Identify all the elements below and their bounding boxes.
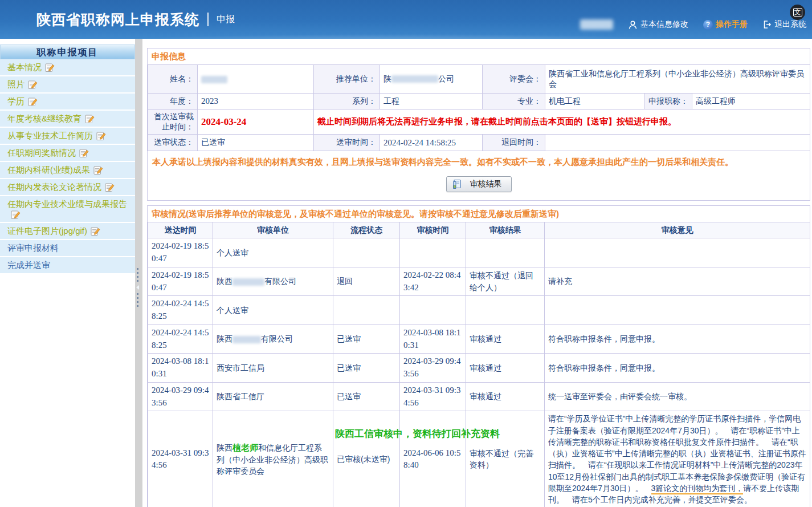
person-icon (628, 20, 638, 30)
splitter-handle-icon[interactable] (136, 267, 139, 308)
unit-redacted (232, 278, 264, 286)
edit-icon[interactable] (79, 148, 89, 158)
profile-edit-label: 基本信息修改 (640, 19, 688, 30)
application-info-table: 姓名： 推荐单位： 陕公司 评委会： 陕西省工业和信息化厅工程系列（中小企业非公… (148, 64, 810, 151)
sidebar-item-achievement-report[interactable]: 任期内专业技术业绩与成果报告 (0, 196, 135, 223)
edit-icon[interactable] (45, 63, 55, 72)
app-subtitle: 申报 (217, 14, 235, 26)
send-status-value: 已送审 (198, 135, 314, 151)
name-redacted (201, 76, 227, 83)
col-review-time: 审核时间 (400, 222, 466, 238)
question-icon: ? (703, 20, 713, 30)
recommend-unit-value: 陕公司 (380, 65, 483, 94)
table-row: 首次送审截止时间： 2024-03-24 截止时间到期后将无法再进行业务申报，请… (148, 109, 810, 135)
col-sent-time: 送达时间 (148, 222, 213, 238)
recommend-unit-label: 推荐单位： (314, 65, 380, 94)
sidebar-item-review-materials[interactable]: 评审申报材料 (0, 240, 135, 257)
sidebar-item-education[interactable]: 学历 (0, 94, 135, 111)
return-time-label: 退回时间： (483, 135, 545, 151)
deadline-label: 首次送审截止时间： (148, 109, 198, 135)
send-status-label: 送审状态： (148, 135, 198, 151)
username-redacted (580, 19, 613, 30)
review-status-table: 送达时间 审核单位 流程状态 审核时间 审核结果 审核意见 2024-02-19… (148, 222, 810, 507)
series-label: 系列： (314, 94, 380, 109)
committee-value: 陕西省工业和信息化厅工程系列（中小企业非公经济）高级职称评审委员会 (545, 65, 810, 94)
series-value: 工程 (380, 94, 483, 109)
manual-label: 操作手册 (716, 19, 748, 30)
edit-icon[interactable] (91, 226, 100, 236)
edit-icon[interactable] (96, 131, 106, 141)
application-info-title: 申报信息 (148, 48, 810, 64)
app-title: 陕西省职称网上申报系统 (36, 10, 199, 29)
apply-title-label: 申报职称： (645, 94, 692, 109)
table-row: 送审状态： 已送审 送审时间： 2024-02-24 14:58:25 退回时间… (148, 135, 810, 151)
review-table-header: 送达时间 审核单位 流程状态 审核时间 审核结果 审核意见 (148, 222, 810, 238)
sidebar-item-work-resume[interactable]: 从事专业技术工作简历 (0, 128, 135, 145)
return-time-value (545, 135, 810, 151)
apply-title-value: 高级工程师 (692, 94, 810, 109)
translate-icon[interactable]: 文 (790, 5, 805, 20)
edit-icon[interactable] (93, 165, 103, 175)
major-label: 专业： (483, 94, 545, 109)
name-value (198, 65, 314, 94)
year-value: 2023 (198, 94, 314, 109)
major-value: 机电工程 (545, 94, 645, 109)
green-annotation: 植老师 (232, 443, 258, 452)
send-time-label: 送审时间： (314, 135, 380, 151)
sidebar-item-basic-info[interactable]: 基本情况 (0, 59, 135, 76)
unit-redacted (391, 75, 438, 83)
committee-label: 评委会： (483, 65, 545, 94)
review-row: 2024-03-29 09:43:56 陕西省工信厅 已送审 2024-03-3… (148, 382, 810, 411)
document-icon (452, 179, 462, 189)
sidebar-item-certificate-images[interactable]: 证件电子图片(jpg/gif) (0, 223, 135, 240)
edit-icon[interactable] (28, 80, 38, 90)
sidebar-splitter[interactable] (135, 39, 142, 507)
review-row: 2024-02-24 14:58:25 陕西有限公司 已送审 2024-03-0… (148, 325, 810, 354)
review-row: 2024-03-08 18:10:31 西安市工信局 已送审 2024-03-2… (148, 354, 810, 383)
promise-statement: 本人承诺以上填报内容和提供的材料真实有效，且网上填报与送审资料内容完全一致。如有… (148, 151, 810, 169)
sidebar-item-photo[interactable]: 照片 (0, 76, 135, 94)
sidebar-title: 职称申报项目 (0, 44, 135, 59)
manual-link[interactable]: ? 操作手册 (703, 19, 748, 30)
send-time-value: 2024-02-24 14:58:25 (380, 135, 483, 151)
review-result-label: 审核结果 (470, 179, 502, 189)
edit-icon[interactable] (28, 97, 38, 107)
col-flow-state: 流程状态 (333, 222, 400, 238)
review-row: 2024-03-31 09:34:56 陕西植老师和信息化厅工程系列（中小企业非… (148, 411, 810, 507)
sidebar: 职称申报项目 基本情况 照片 学历 年度考核&继续教育 从事专业技术工作简历 任… (0, 39, 135, 507)
sidebar-item-finish-submit[interactable]: 完成并送审 (0, 257, 135, 274)
year-label: 年度： (148, 94, 198, 109)
app-header: 陕西省职称网上申报系统 申报 基本信息修改 ? 操作手册 退出系统 文 (0, 0, 812, 39)
application-info-section: 申报信息 姓名： 推荐单位： 陕公司 评委会： 陕西省工业和信息化厅工程系列（中… (147, 48, 810, 201)
edit-icon[interactable] (11, 210, 21, 220)
col-review-result: 审核结果 (466, 222, 545, 238)
table-row: 姓名： 推荐单位： 陕公司 评委会： 陕西省工业和信息化厅工程系列（中小企业非公… (148, 65, 810, 94)
review-status-section: 审核情况(送审后推荐单位的审核意见，及审核不通过单位的审核意见。请按审核不通过意… (147, 205, 810, 507)
logout-link[interactable]: 退出系统 (762, 19, 806, 30)
review-row: 2024-02-19 18:50:47 陕西有限公司 退回 2024-02-22… (148, 267, 810, 296)
col-review-unit: 审核单位 (213, 222, 333, 238)
review-row: 2024-02-24 14:58:25 个人送审 (148, 296, 810, 325)
unit-redacted (232, 336, 261, 343)
review-row: 2024-02-19 18:50:47 个人送审 (148, 238, 810, 267)
logout-icon (762, 20, 772, 29)
main-content: 申报信息 姓名： 推荐单位： 陕公司 评委会： 陕西省工业和信息化厅工程系列（中… (142, 39, 812, 507)
table-row: 年度： 2023 系列： 工程 专业： 机电工程 申报职称： 高级工程师 (148, 94, 810, 109)
deadline-warning: 截止时间到期后将无法再进行业务申报，请在截止时间前点击本页面的【送审】按钮进行申… (314, 109, 810, 135)
green-annotation-note: 陕西工信审核中，资料待打回补充资料 (335, 427, 500, 441)
name-label: 姓名： (148, 65, 198, 94)
review-result-button[interactable]: 审核结果 (446, 176, 512, 192)
edit-icon[interactable] (105, 182, 115, 192)
profile-edit-link[interactable]: 基本信息修改 (628, 19, 688, 30)
sidebar-item-annual-review[interactable]: 年度考核&继续教育 (0, 111, 135, 128)
logout-label: 退出系统 (774, 19, 806, 30)
sidebar-item-papers[interactable]: 任期内发表论文论著情况 (0, 179, 135, 196)
orange-underline-annotation: 3篇论文的刊物均为套刊， (651, 484, 744, 494)
col-review-opinion: 审核意见 (545, 222, 810, 238)
title-divider (207, 13, 209, 26)
edit-icon[interactable] (85, 114, 95, 124)
sidebar-item-research-results[interactable]: 任期内科研(业绩)成果 (0, 162, 135, 179)
sidebar-item-awards[interactable]: 任职期间奖励情况 (0, 145, 135, 162)
review-status-title: 审核情况(送审后推荐单位的审核意见，及审核不通过单位的审核意见。请按审核不通过意… (148, 206, 810, 222)
deadline-value: 2024-03-24 (198, 109, 314, 135)
